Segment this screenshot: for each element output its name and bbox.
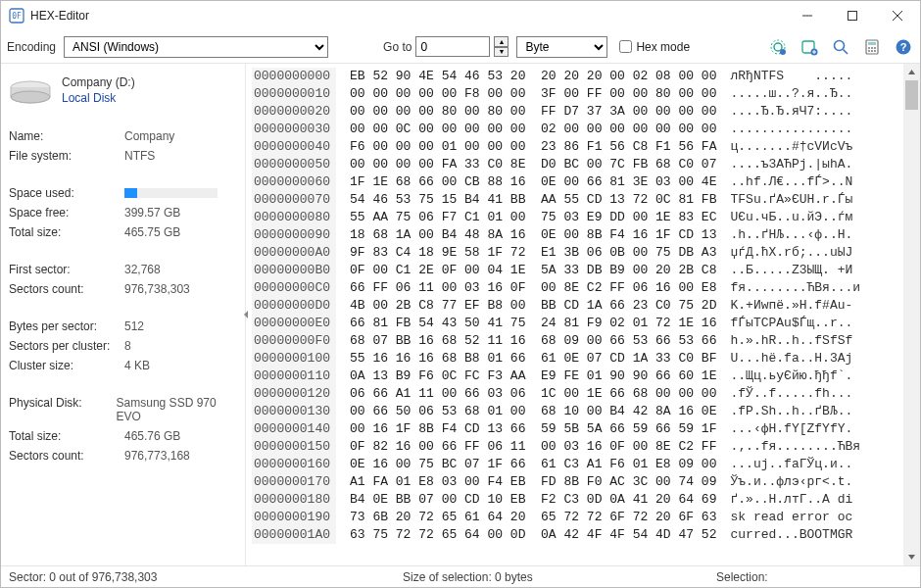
hex-bytes[interactable]: EB 52 90 4E 54 46 53 20 20 20 20 00 02 0… (350, 69, 716, 83)
vertical-scrollbar[interactable] (903, 64, 920, 565)
ascii-bytes[interactable]: ..Б.....Z3ЫЩ. +И (730, 263, 852, 277)
ascii-bytes[interactable]: ц.......#†сVИсVъ (730, 139, 852, 154)
ascii-bytes[interactable]: лRђNTFS ..... (730, 69, 852, 83)
hex-bytes[interactable]: A1 FA 01 E8 03 00 F4 EB FD 8B F0 AC 3C 0… (350, 474, 716, 489)
hex-bytes[interactable]: 1F 1E 68 66 00 CB 88 16 0E 00 66 81 3E 0… (350, 174, 716, 189)
hex-bytes[interactable]: 4B 00 2B C8 77 EF B8 00 BB CD 1A 66 23 C… (350, 298, 716, 313)
hex-row[interactable]: 00000001100A 13 B9 F6 0C FC F3 AA E9 FE … (252, 368, 896, 385)
hex-bytes[interactable]: 00 00 00 00 80 00 80 00 FF D7 37 3A 00 0… (350, 104, 716, 119)
hex-row[interactable]: 000000013000 66 50 06 53 68 01 00 68 10 … (252, 403, 896, 420)
hex-bytes[interactable]: 63 75 72 72 65 64 00 0D 0A 42 4F 4F 54 4… (350, 527, 716, 542)
ascii-bytes[interactable]: .h..ґHЉ...‹ф..Н. (730, 227, 852, 242)
hex-row[interactable]: 00000000F068 07 BB 16 68 52 11 16 68 09 … (252, 332, 896, 350)
splitter-handle[interactable] (243, 295, 249, 334)
ascii-bytes[interactable]: .fЎ..f.....fh... (730, 386, 852, 401)
hex-bytes[interactable]: 66 81 FB 54 43 50 41 75 24 81 F9 02 01 7… (350, 316, 716, 330)
ascii-bytes[interactable]: .....ш..?.я..Ђ.. (730, 86, 852, 101)
hex-row[interactable]: 000000019073 6B 20 72 65 61 64 20 65 72 … (252, 509, 896, 526)
hex-bytes[interactable]: 68 07 BB 16 68 52 11 16 68 09 00 66 53 6… (350, 333, 716, 348)
hex-row[interactable]: 00000000C066 FF 06 11 00 03 16 0F 00 8E … (252, 279, 896, 297)
ascii-bytes[interactable]: curred...BOOTMGR (730, 527, 852, 542)
hex-row[interactable]: 00000000A09F 83 C4 18 9E 58 1F 72 E1 3B … (252, 244, 896, 262)
hex-bytes[interactable]: 73 6B 20 72 65 61 64 20 65 72 72 6F 72 2… (350, 510, 716, 524)
hex-row[interactable]: 00000000E066 81 FB 54 43 50 41 75 24 81 … (252, 315, 896, 332)
hex-bytes[interactable]: 18 68 1A 00 B4 48 8A 16 0E 00 8B F4 16 1… (350, 227, 716, 242)
help-icon[interactable]: ? (895, 38, 912, 56)
search-icon[interactable] (832, 38, 849, 56)
hex-bytes[interactable]: 0F 00 C1 2E 0F 00 04 1E 5A 33 DB B9 00 2… (350, 263, 716, 277)
hex-row[interactable]: 0000000180B4 0E BB 07 00 CD 10 EB F2 C3 … (252, 491, 896, 509)
encoding-select[interactable]: ANSI (Windows) (64, 36, 328, 58)
ascii-bytes[interactable]: K.+Иwпё.»Н.f#Аu- (730, 298, 852, 313)
scrollbar-thumb[interactable] (905, 80, 918, 110)
ascii-bytes[interactable]: ....Ђ.Ђ.яЧ7:.... (730, 104, 852, 119)
hexmode-checkbox-input[interactable] (619, 40, 632, 53)
hex-row[interactable]: 00000000B00F 00 C1 2E 0F 00 04 1E 5A 33 … (252, 262, 896, 279)
disk-type-link[interactable]: Local Disk (62, 91, 135, 105)
ascii-bytes[interactable]: ...‹фН.fY[ZfYfY. (730, 421, 852, 436)
hex-bytes[interactable]: 66 FF 06 11 00 03 16 0F 00 8E C2 FF 06 1… (350, 280, 716, 295)
hex-bytes[interactable]: 06 66 A1 11 00 66 03 06 1C 00 1E 66 68 0… (350, 386, 716, 401)
ascii-bytes[interactable]: ґ.»..Н.лтГ..A di (730, 492, 852, 507)
hexmode-checkbox[interactable]: Hex mode (619, 40, 690, 54)
hex-bytes[interactable]: 00 00 00 00 FA 33 C0 8E D0 BC 00 7C FB 6… (350, 157, 716, 172)
maximize-button[interactable] (830, 1, 875, 30)
hex-row[interactable]: 000000007054 46 53 75 15 B4 41 BB AA 55 … (252, 191, 896, 209)
hex-row[interactable]: 00000000601F 1E 68 66 00 CB 88 16 0E 00 … (252, 173, 896, 191)
hex-row[interactable]: 00000001600E 16 00 75 BC 07 1F 66 61 C3 … (252, 456, 896, 473)
ascii-bytes[interactable]: UЄu.чБ..u.йЭ..ѓм (730, 210, 852, 224)
hex-row[interactable]: 000000010055 16 16 16 68 B8 01 66 61 0E … (252, 350, 896, 368)
hex-bytes[interactable]: B4 0E BB 07 00 CD 10 EB F2 C3 0D 0A 41 2… (350, 492, 716, 507)
hex-bytes[interactable]: 9F 83 C4 18 9E 58 1F 72 E1 3B 06 0B 00 7… (350, 245, 716, 260)
stepper-down-icon[interactable]: ▼ (494, 47, 509, 58)
goto-stepper[interactable]: ▲ ▼ (494, 36, 509, 57)
hex-bytes[interactable]: 55 16 16 16 68 B8 01 66 61 0E 07 CD 1A 3… (350, 351, 716, 366)
ascii-bytes[interactable]: ..hf.Л€...fЃ>..N (730, 174, 852, 189)
hex-row[interactable]: 000000009018 68 1A 00 B4 48 8A 16 0E 00 … (252, 226, 896, 244)
ascii-bytes[interactable]: TFSu.ґA»ЄUН.r.Ѓы (730, 192, 852, 207)
hex-row[interactable]: 000000014000 16 1F 8B F4 CD 13 66 59 5B … (252, 420, 896, 438)
hex-bytes[interactable]: 0E 16 00 75 BC 07 1F 66 61 C3 A1 F6 01 E… (350, 457, 716, 471)
close-button[interactable] (875, 1, 920, 30)
ascii-bytes[interactable]: џѓД.ћX.rб;...uЫЈ (730, 245, 852, 260)
hex-bytes[interactable]: 0A 13 B9 F6 0C FC F3 AA E9 FE 01 90 90 6… (350, 368, 716, 383)
hex-bytes[interactable]: 00 00 0C 00 00 00 00 00 02 00 00 00 00 0… (350, 122, 716, 136)
scroll-up-icon[interactable] (903, 64, 920, 80)
hex-bytes[interactable]: 00 00 00 00 00 F8 00 00 3F 00 FF 00 00 8… (350, 86, 716, 101)
hex-row[interactable]: 0000000170A1 FA 01 E8 03 00 F4 EB FD 8B … (252, 473, 896, 491)
hex-bytes[interactable]: 00 16 1F 8B F4 CD 13 66 59 5B 5A 66 59 6… (350, 421, 716, 436)
ascii-bytes[interactable]: U...hё.fa..Н.3Ај (730, 351, 852, 366)
goto-input[interactable] (415, 36, 490, 57)
hex-row[interactable]: 000000008055 AA 75 06 F7 C1 01 00 75 03 … (252, 209, 896, 226)
ascii-bytes[interactable]: fЃыTCPAu$Ѓщ..r.. (730, 316, 852, 330)
hex-row[interactable]: 000000002000 00 00 00 80 00 80 00 FF D7 … (252, 103, 896, 121)
hex-row[interactable]: 00000001A063 75 72 72 65 64 00 0D 0A 42 … (252, 526, 896, 544)
hex-bytes[interactable]: 0F 82 16 00 66 FF 06 11 00 03 16 0F 00 8… (350, 439, 716, 454)
hex-row[interactable]: 000000001000 00 00 00 00 F8 00 00 3F 00 … (252, 85, 896, 103)
ascii-bytes[interactable]: ..Щц.ьуЄйю.ђђf`. (730, 368, 852, 383)
hex-row[interactable]: 000000005000 00 00 00 FA 33 C0 8E D0 BC … (252, 156, 896, 173)
ascii-bytes[interactable]: h.».hR..h..fSfSf (730, 333, 852, 348)
calc-icon[interactable] (863, 38, 881, 56)
hex-bytes[interactable]: F6 00 00 00 01 00 00 00 23 86 F1 56 C8 F… (350, 139, 716, 154)
settings-gear-icon[interactable] (769, 38, 787, 56)
scroll-down-icon[interactable] (903, 549, 920, 565)
ascii-bytes[interactable]: ................ (730, 122, 852, 136)
ascii-bytes[interactable]: ...uј..faГЎц.и.. (730, 457, 852, 471)
ascii-bytes[interactable]: .‚..fя........ЋВя (730, 439, 860, 454)
ascii-bytes[interactable]: Ўъ.и..флэ‹рг<.t. (730, 474, 852, 489)
hex-row[interactable]: 000000003000 00 0C 00 00 00 00 00 02 00 … (252, 121, 896, 138)
settings-plus-icon[interactable] (800, 38, 818, 56)
hex-row[interactable]: 000000012006 66 A1 11 00 66 03 06 1C 00 … (252, 385, 896, 403)
hex-row[interactable]: 0000000000EB 52 90 4E 54 46 53 20 20 20 … (252, 68, 896, 85)
stepper-up-icon[interactable]: ▲ (494, 36, 509, 47)
hex-row[interactable]: 00000000D04B 00 2B C8 77 EF B8 00 BB CD … (252, 297, 896, 315)
hex-row[interactable]: 0000000040F6 00 00 00 01 00 00 00 23 86 … (252, 138, 896, 156)
hex-bytes[interactable]: 00 66 50 06 53 68 01 00 68 10 00 B4 42 8… (350, 404, 716, 418)
hex-bytes[interactable]: 55 AA 75 06 F7 C1 01 00 75 03 E9 DD 00 1… (350, 210, 716, 224)
ascii-bytes[interactable]: ....ъ3АЋРј.|ыhА. (730, 157, 852, 172)
hex-bytes[interactable]: 54 46 53 75 15 B4 41 BB AA 55 CD 13 72 0… (350, 192, 716, 207)
ascii-bytes[interactable]: fя........ЋВя...и (730, 280, 860, 295)
ascii-bytes[interactable]: sk read error oc (730, 510, 852, 524)
hex-row[interactable]: 00000001500F 82 16 00 66 FF 06 11 00 03 … (252, 438, 896, 456)
